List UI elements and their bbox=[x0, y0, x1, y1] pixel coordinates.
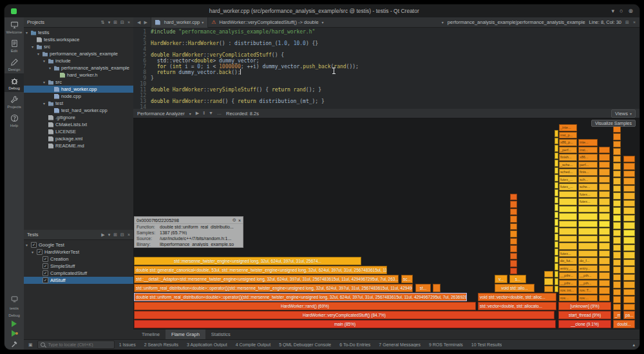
expand-all-icon[interactable]: ⊞ bbox=[113, 232, 117, 238]
document-tab[interactable]: hard_worker.cpp ▾ bbox=[151, 17, 208, 28]
flame-node[interactable] bbox=[613, 207, 621, 214]
flame-node[interactable] bbox=[623, 230, 635, 237]
flame-node[interactable] bbox=[613, 171, 621, 178]
output-pane-button[interactable]: 7 General Messages bbox=[379, 342, 421, 347]
flame-node[interactable] bbox=[613, 222, 621, 229]
flame-node[interactable] bbox=[599, 206, 610, 213]
flame-node[interactable] bbox=[554, 271, 558, 278]
close-button[interactable]: ⊗ bbox=[628, 8, 633, 14]
kit-build-mode[interactable]: Debug bbox=[8, 313, 20, 317]
code-line[interactable]: 4 bbox=[133, 46, 639, 52]
flame-node[interactable] bbox=[554, 248, 558, 256]
flame-node[interactable] bbox=[554, 182, 558, 189]
tree-item-HardWorkerTest[interactable]: ▾✓HardWorkerTest bbox=[24, 248, 133, 256]
flame-node[interactable] bbox=[623, 274, 635, 281]
flame-node[interactable] bbox=[578, 206, 598, 213]
flame-node[interactable] bbox=[613, 252, 621, 259]
code-line[interactable]: 1#include "performance_analysis_example/… bbox=[133, 29, 639, 35]
flame-node[interactable] bbox=[559, 198, 577, 205]
flame-node[interactable]: x86_p... bbox=[559, 139, 577, 146]
flame-node[interactable]: finis... bbox=[578, 169, 598, 176]
flame-node[interactable] bbox=[623, 207, 635, 214]
flame-node[interactable] bbox=[613, 259, 621, 266]
flame-node[interactable] bbox=[599, 272, 610, 279]
flame-node[interactable] bbox=[613, 148, 621, 155]
code-line[interactable]: 12 bbox=[133, 93, 639, 98]
run-tests-icon[interactable]: ▶ bbox=[101, 232, 104, 238]
flame-node[interactable]: std::uniform_real_distribution<double>::… bbox=[134, 284, 413, 292]
pause-icon[interactable]: ‖ bbox=[203, 111, 205, 116]
tree-item-AllStuff[interactable]: ✓AllStuff bbox=[24, 277, 133, 284]
flame-node[interactable] bbox=[510, 201, 517, 208]
back-icon[interactable]: ◀ bbox=[137, 20, 140, 25]
flame-node[interactable]: doubl... bbox=[613, 320, 635, 328]
code-line[interactable]: 5double HardWorker::veryComplicatedStuff… bbox=[133, 52, 639, 58]
mode-edit[interactable]: Edit bbox=[5, 36, 24, 55]
flame-node[interactable] bbox=[599, 228, 610, 235]
flame-node[interactable]: futex_... bbox=[559, 183, 577, 191]
split-editor-icon[interactable]: ⊞ bbox=[625, 20, 629, 25]
filter-icon[interactable]: ▾ bbox=[108, 20, 111, 25]
tab-flame-graph[interactable]: Flame Graph bbox=[166, 330, 205, 339]
flame-node[interactable]: void std::vector<double, std::alloc... bbox=[478, 293, 556, 301]
minimize-button[interactable]: ▾ bbox=[611, 8, 614, 14]
flame-node[interactable]: ros::T... bbox=[578, 287, 598, 294]
flame-node[interactable] bbox=[623, 281, 635, 288]
flame-node[interactable] bbox=[554, 241, 558, 248]
flame-node[interactable] bbox=[510, 260, 517, 267]
test-checkbox[interactable]: ✓ bbox=[43, 263, 48, 269]
flame-node[interactable] bbox=[613, 274, 621, 281]
flame-node[interactable] bbox=[559, 228, 577, 235]
code-line[interactable]: 14 bbox=[133, 104, 639, 109]
output-pane-button[interactable]: 10 Test Results bbox=[471, 342, 502, 347]
flame-node[interactable] bbox=[554, 286, 558, 293]
flame-node[interactable] bbox=[613, 200, 621, 207]
flame-node[interactable]: void std::allo... bbox=[495, 284, 535, 292]
code-line[interactable]: 3HardWorker::HardWorker() : distribution… bbox=[133, 41, 639, 46]
flame-node[interactable] bbox=[623, 259, 635, 266]
tab-timeline[interactable]: Timeline bbox=[136, 330, 166, 339]
start-analysis-icon[interactable]: ▶ bbox=[196, 111, 199, 116]
flame-node[interactable]: inst_p... bbox=[559, 132, 577, 139]
flame-node[interactable]: v... bbox=[495, 275, 507, 283]
flame-node[interactable]: perf... bbox=[578, 162, 598, 169]
sync-icon[interactable]: ⇅ bbox=[101, 20, 105, 25]
flame-node[interactable] bbox=[599, 280, 610, 287]
flame-node[interactable]: double std::uniform_real_distribution<do… bbox=[134, 293, 467, 301]
flame-node[interactable]: __pth... bbox=[578, 272, 598, 279]
tree-item-hard_worker.cpp[interactable]: hard_worker.cpp bbox=[24, 86, 133, 93]
flame-node[interactable] bbox=[554, 278, 558, 285]
expander-icon[interactable]: ▾ bbox=[32, 250, 37, 254]
locator[interactable] bbox=[37, 340, 115, 349]
flame-node[interactable] bbox=[613, 185, 621, 192]
flame-node[interactable] bbox=[578, 236, 598, 243]
flame-node[interactable] bbox=[510, 245, 517, 252]
close-panel-icon[interactable]: × bbox=[128, 20, 130, 25]
flame-node[interactable]: do_f... bbox=[578, 257, 598, 265]
output-icon[interactable]: ▣ bbox=[28, 342, 33, 348]
flame-node[interactable] bbox=[613, 141, 621, 148]
flame-node[interactable] bbox=[613, 296, 621, 303]
flame-node[interactable]: __pthr... bbox=[559, 272, 577, 279]
tree-item-include[interactable]: ▾include bbox=[24, 57, 133, 64]
flame-node[interactable]: s... bbox=[509, 275, 526, 283]
flame-node[interactable] bbox=[623, 192, 635, 200]
flame-node[interactable]: entry_... bbox=[559, 265, 577, 272]
flame-node[interactable]: _me... bbox=[613, 311, 621, 319]
flame-node[interactable] bbox=[433, 284, 440, 292]
flame-node[interactable]: sche... bbox=[578, 183, 598, 191]
flame-node[interactable] bbox=[613, 266, 621, 274]
flame-node[interactable] bbox=[599, 295, 610, 302]
flame-node[interactable]: HardWorker::rand() (69%) bbox=[134, 302, 476, 310]
maximize-button[interactable]: ○ bbox=[620, 8, 623, 14]
flame-node[interactable] bbox=[623, 171, 635, 178]
flame-node[interactable]: std::mersenne_twister_engine<unsigned lo… bbox=[134, 257, 361, 265]
flame-node[interactable]: __clone (9.1%) bbox=[558, 320, 611, 328]
collapse-all-icon[interactable]: ⊟ bbox=[120, 232, 124, 238]
tree-item-src[interactable]: ▾src bbox=[24, 79, 133, 86]
flame-node[interactable] bbox=[554, 145, 558, 152]
flame-node[interactable] bbox=[554, 167, 558, 174]
flame-node[interactable] bbox=[554, 234, 558, 241]
flame-node[interactable] bbox=[544, 278, 553, 285]
flame-node[interactable]: _inte... bbox=[559, 124, 577, 131]
